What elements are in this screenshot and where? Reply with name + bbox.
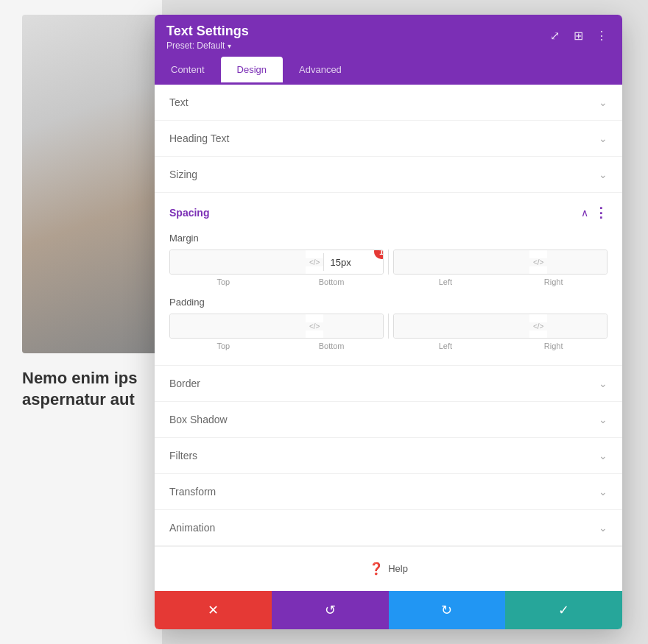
section-animation-label: Animation: [169, 522, 215, 534]
section-filters[interactable]: Filters ⌄: [155, 438, 622, 474]
cancel-button[interactable]: ✕: [155, 591, 272, 629]
margin-top-label: Top: [169, 277, 278, 286]
padding-top-input[interactable]: [170, 314, 306, 338]
help-icon: ❓: [369, 562, 384, 576]
section-sizing-label: Sizing: [169, 169, 197, 180]
modal-header: Text Settings Preset: Default ▾ ⤢ ⊞ ⋮: [155, 15, 622, 57]
margin-labels-row: Top Bottom Left Right: [169, 277, 608, 286]
section-heading-text-chevron: ⌄: [599, 132, 608, 144]
section-box-shadow[interactable]: Box Shadow ⌄: [155, 402, 622, 438]
section-text[interactable]: Text ⌄: [155, 85, 622, 121]
padding-input-row: </> </>: [169, 314, 608, 339]
modal-panel: Text Settings Preset: Default ▾ ⤢ ⊞ ⋮ Co…: [155, 15, 622, 629]
margin-groups-divider: [388, 250, 389, 275]
page-image: [22, 15, 158, 353]
padding-right-label: Right: [499, 342, 608, 350]
undo-button[interactable]: ↺: [272, 591, 389, 629]
section-border-label: Border: [169, 378, 200, 389]
section-filters-label: Filters: [169, 450, 197, 461]
action-bar: ✕ ↺ ↻ ✓: [155, 591, 622, 629]
section-heading-text[interactable]: Heading Text ⌄: [155, 121, 622, 157]
margin-left-responsive-icon: </>: [529, 258, 547, 266]
tab-content[interactable]: Content: [155, 57, 221, 85]
modal-body: Text ⌄ Heading Text ⌄ Sizing ⌄ Spacing ∧…: [155, 85, 622, 591]
modal-header-left: Text Settings Preset: Default ▾: [166, 24, 249, 51]
padding-left-group: </>: [169, 314, 384, 339]
section-heading-text-label: Heading Text: [169, 132, 229, 144]
help-section: ❓ Help: [155, 546, 622, 590]
section-border[interactable]: Border ⌄: [155, 366, 622, 402]
padding-top-responsive-icon: </>: [306, 322, 323, 330]
tab-bar: Content Design Advanced: [155, 57, 622, 85]
margin-left-label: Left: [392, 277, 500, 286]
modal-header-icons: ⤢ ⊞ ⋮: [546, 24, 610, 44]
padding-right-group: </>: [393, 314, 608, 339]
section-text-chevron: ⌄: [599, 96, 608, 108]
preset-caret: ▾: [228, 42, 231, 50]
modal-title: Text Settings: [166, 24, 249, 39]
margin-right-group: </>: [393, 250, 608, 275]
padding-groups-divider: [388, 314, 389, 339]
page-paragraph: Nemo enim ips aspernatur aut: [22, 368, 158, 410]
section-animation[interactable]: Animation ⌄: [155, 510, 622, 546]
spacing-title: Spacing: [169, 207, 209, 219]
section-border-chevron: ⌄: [599, 378, 608, 389]
padding-left-responsive-icon: </>: [529, 322, 547, 330]
padding-right-input[interactable]: [547, 314, 608, 338]
more-icon[interactable]: ⋮: [593, 26, 610, 44]
margin-top-input[interactable]: [170, 250, 306, 274]
section-text-label: Text: [169, 96, 189, 108]
padding-label: Padding: [169, 297, 608, 308]
margin-label: Margin: [169, 233, 608, 244]
save-button[interactable]: ✓: [505, 591, 622, 629]
padding-labels-row: Top Bottom Left Right: [169, 342, 608, 350]
padding-left-label: Left: [392, 342, 500, 350]
margin-left-input[interactable]: [394, 250, 529, 274]
columns-icon[interactable]: ⊞: [569, 26, 587, 44]
padding-bottom-input[interactable]: [323, 314, 384, 338]
margin-bottom-wrapper: 1: [324, 250, 383, 274]
section-box-shadow-chevron: ⌄: [599, 414, 608, 425]
section-transform-chevron: ⌄: [599, 486, 608, 498]
padding-left-input[interactable]: [394, 314, 529, 338]
padding-top-label: Top: [169, 342, 278, 350]
section-sizing[interactable]: Sizing ⌄: [155, 157, 622, 193]
spacing-header-icons: ∧ ⋮: [581, 205, 608, 221]
padding-bottom-label: Bottom: [278, 342, 386, 350]
preset-label: Preset: Default: [166, 40, 225, 51]
margin-bottom-label: Bottom: [278, 277, 386, 286]
section-transform[interactable]: Transform ⌄: [155, 474, 622, 510]
spacing-content: Margin </> 1: [155, 233, 622, 365]
redo-button[interactable]: ↻: [389, 591, 506, 629]
margin-right-label: Right: [499, 277, 608, 286]
section-animation-chevron: ⌄: [599, 522, 608, 534]
margin-right-input[interactable]: [547, 250, 608, 274]
margin-left-group: </> 1: [169, 250, 384, 275]
expand-icon[interactable]: ⤢: [546, 26, 563, 44]
spacing-collapse-icon[interactable]: ∧: [581, 207, 588, 219]
section-filters-chevron: ⌄: [599, 450, 608, 461]
section-transform-label: Transform: [169, 486, 216, 498]
tab-design[interactable]: Design: [221, 57, 283, 85]
section-sizing-chevron: ⌄: [599, 169, 608, 180]
page-text-content: Nemo enim ips aspernatur aut: [22, 368, 158, 410]
tab-advanced[interactable]: Advanced: [283, 57, 358, 85]
spacing-header[interactable]: Spacing ∧ ⋮: [155, 193, 622, 233]
spacing-options-icon[interactable]: ⋮: [594, 205, 608, 221]
help-text[interactable]: Help: [388, 563, 408, 574]
modal-preset[interactable]: Preset: Default ▾: [166, 40, 249, 51]
section-box-shadow-label: Box Shadow: [169, 414, 228, 425]
section-spacing: Spacing ∧ ⋮ Margin </>: [155, 193, 622, 366]
margin-top-responsive-icon: </>: [306, 258, 323, 266]
margin-input-row: </> 1 </>: [169, 250, 608, 275]
